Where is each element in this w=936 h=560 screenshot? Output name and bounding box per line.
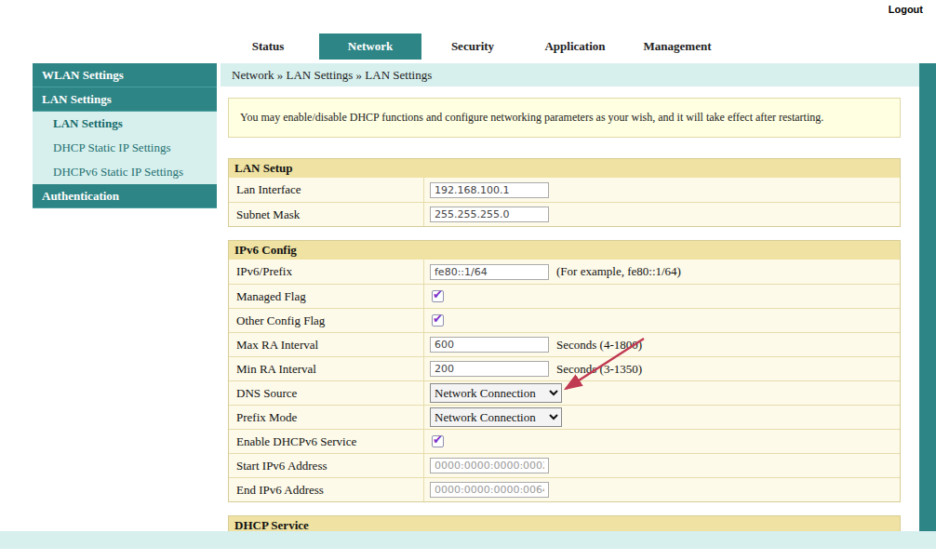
row-start-ipv6: Start IPv6 Address xyxy=(229,453,900,477)
enable-dhcpv6-checkbox[interactable] xyxy=(432,435,444,447)
prefix-mode-ctrl: Network Connection xyxy=(424,406,900,429)
max-ra-interval-note: Seconds (4-1800) xyxy=(556,338,642,353)
ipv6-config-section: IPv6 Config IPv6/Prefix (For example, fe… xyxy=(228,240,901,502)
row-managed-flag: Managed Flag xyxy=(229,284,900,308)
tab-security[interactable]: Security xyxy=(421,33,524,60)
ipv6-prefix-note: (For example, fe80::1/64) xyxy=(556,264,681,279)
other-config-flag-label: Other Config Flag xyxy=(229,309,424,332)
footer-bar xyxy=(0,531,936,549)
router-admin-page: Logout Status Network Security Applicati… xyxy=(0,0,936,560)
enable-dhcpv6-label: Enable DHCPv6 Service xyxy=(229,430,424,453)
sidebar-item-lan-settings[interactable]: LAN Settings xyxy=(33,112,217,136)
ipv6-config-section-title: IPv6 Config xyxy=(229,241,900,260)
max-ra-interval-ctrl: Seconds (4-1800) xyxy=(424,333,900,356)
row-enable-dhcpv6: Enable DHCPv6 Service xyxy=(229,429,900,453)
top-nav-tabs: Status Network Security Application Mana… xyxy=(217,33,729,60)
sidebar-item-authentication[interactable]: Authentication xyxy=(33,184,217,208)
start-ipv6-input[interactable] xyxy=(430,458,549,473)
sidebar-item-lan-settings-group[interactable]: LAN Settings xyxy=(33,87,217,112)
logout-link[interactable]: Logout xyxy=(889,4,923,15)
min-ra-interval-note: Seconds (3-1350) xyxy=(556,362,642,377)
tab-management[interactable]: Management xyxy=(626,33,729,60)
min-ra-interval-ctrl: Seconds (3-1350) xyxy=(424,357,900,380)
ipv6-prefix-label: IPv6/Prefix xyxy=(229,260,424,284)
subnet-mask-ctrl xyxy=(424,203,900,226)
sidebar-item-dhcp-static-ip[interactable]: DHCP Static IP Settings xyxy=(33,136,217,160)
sidebar-item-wlan-settings[interactable]: WLAN Settings xyxy=(33,63,217,87)
managed-flag-ctrl xyxy=(424,285,900,308)
tab-status[interactable]: Status xyxy=(217,33,319,60)
managed-flag-checkbox[interactable] xyxy=(432,290,444,302)
sidebar: WLAN Settings LAN Settings LAN Settings … xyxy=(33,63,217,208)
enable-dhcpv6-ctrl xyxy=(424,430,900,453)
row-lan-interface: Lan Interface xyxy=(229,178,900,202)
min-ra-interval-label: Min RA Interval xyxy=(229,357,424,380)
subnet-mask-label: Subnet Mask xyxy=(229,203,424,226)
prefix-mode-label: Prefix Mode xyxy=(229,406,424,429)
other-config-flag-ctrl xyxy=(424,309,900,332)
dns-source-select[interactable]: Network Connection xyxy=(430,383,562,403)
ipv6-prefix-ctrl: (For example, fe80::1/64) xyxy=(424,260,900,284)
max-ra-interval-label: Max RA Interval xyxy=(229,333,424,356)
start-ipv6-ctrl xyxy=(424,454,900,477)
content: You may enable/disable DHCP functions an… xyxy=(221,87,919,534)
row-end-ipv6: End IPv6 Address xyxy=(229,477,900,501)
breadcrumb: Network » LAN Settings » LAN Settings xyxy=(221,63,919,87)
lan-setup-section-title: LAN Setup xyxy=(229,159,900,178)
tab-application[interactable]: Application xyxy=(524,33,626,60)
lan-setup-section: LAN Setup Lan Interface Subnet Mask xyxy=(228,158,901,227)
dns-source-ctrl: Network Connection xyxy=(424,381,900,405)
row-other-config-flag: Other Config Flag xyxy=(229,308,900,332)
other-config-flag-checkbox[interactable] xyxy=(432,314,444,327)
row-subnet-mask: Subnet Mask xyxy=(229,202,900,226)
row-prefix-mode: Prefix Mode Network Connection xyxy=(229,405,900,429)
managed-flag-label: Managed Flag xyxy=(229,285,424,308)
end-ipv6-label: End IPv6 Address xyxy=(229,478,424,501)
tab-network[interactable]: Network xyxy=(319,33,421,60)
lan-interface-ctrl xyxy=(424,178,900,202)
max-ra-interval-input[interactable] xyxy=(430,337,549,353)
lan-interface-input[interactable] xyxy=(430,182,549,198)
end-ipv6-ctrl xyxy=(424,478,900,501)
end-ipv6-input[interactable] xyxy=(430,482,549,498)
row-dns-source: DNS Source Network Connection xyxy=(229,380,900,405)
start-ipv6-label: Start IPv6 Address xyxy=(229,454,424,477)
row-min-ra-interval: Min RA Interval Seconds (3-1350) xyxy=(229,356,900,380)
min-ra-interval-input[interactable] xyxy=(430,361,549,377)
prefix-mode-select[interactable]: Network Connection xyxy=(430,407,562,427)
subnet-mask-input[interactable] xyxy=(430,207,549,222)
row-ipv6-prefix: IPv6/Prefix (For example, fe80::1/64) xyxy=(229,260,900,284)
sidebar-item-dhcpv6-static-ip[interactable]: DHCPv6 Static IP Settings xyxy=(33,160,217,184)
row-max-ra-interval: Max RA Interval Seconds (4-1800) xyxy=(229,332,900,356)
right-edge-bar xyxy=(919,63,936,531)
main-content-area: Network » LAN Settings » LAN Settings Yo… xyxy=(221,63,919,534)
ipv6-prefix-input[interactable] xyxy=(430,264,549,280)
notice-box: You may enable/disable DHCP functions an… xyxy=(228,98,901,138)
lan-interface-label: Lan Interface xyxy=(229,178,424,202)
dns-source-label: DNS Source xyxy=(229,381,424,405)
